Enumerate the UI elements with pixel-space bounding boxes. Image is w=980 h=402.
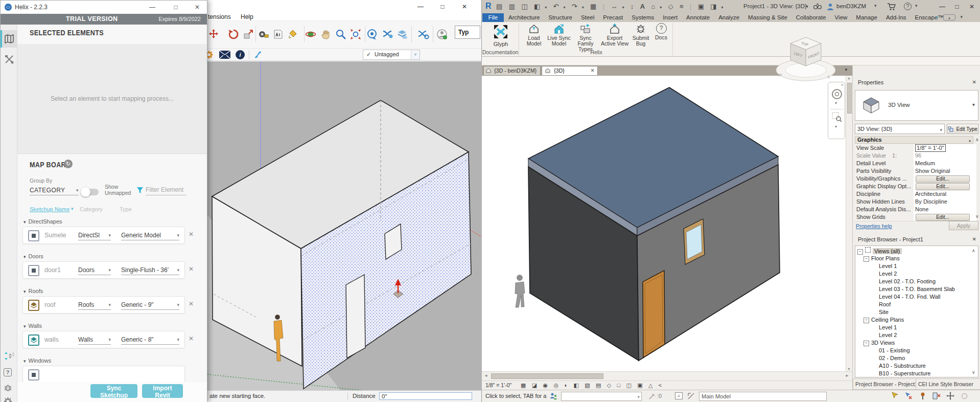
navigation-bar[interactable]: × ▾ ▾	[828, 82, 845, 139]
scroll-left-arrow[interactable]: ◄	[484, 373, 488, 378]
visual-style-icon[interactable]: ◉	[543, 382, 548, 388]
chevron-down-icon[interactable]: ▾	[71, 206, 74, 211]
show-unmapped-toggle[interactable]	[82, 189, 99, 195]
show-crop-icon[interactable]: ▤	[596, 382, 601, 388]
chevron-down-icon[interactable]: ▾	[622, 5, 624, 10]
submit-bug-button[interactable]: SubmitBug	[630, 23, 651, 47]
render-icon[interactable]: ◧	[573, 382, 578, 388]
aligned-dimension-icon[interactable]: ↕	[631, 3, 634, 10]
sketchup-close-button[interactable]: ✕	[458, 2, 471, 11]
group-roofs[interactable]: ▾Roofs	[24, 288, 43, 294]
property-value[interactable]: By Discipline	[914, 198, 976, 206]
close-icon[interactable]: ✕	[972, 79, 976, 85]
tag-dropdown[interactable]: ✓ Untagged ▿	[363, 50, 420, 60]
undo-icon[interactable]: ↶	[553, 3, 559, 10]
revit-logo[interactable]: R	[485, 2, 492, 11]
sketchup-minimize-button[interactable]: —	[414, 2, 427, 11]
view-scale-input[interactable]: 1/8" = 1'-0"	[915, 144, 946, 152]
view-selector-dropdown[interactable]: 3D View: {3D} ▾	[855, 124, 945, 134]
pin-left-icon[interactable]: ◂	[805, 3, 808, 9]
remove-mapping-icon[interactable]: ✕	[189, 265, 194, 273]
design-options-icon[interactable]: ≡	[675, 392, 683, 399]
tab-steel[interactable]: Steel	[581, 13, 594, 22]
tab-analyze[interactable]: Analyze	[718, 13, 739, 22]
viewcube[interactable]: TOP LEFT FRONT W S	[774, 29, 838, 83]
edit-type-button[interactable]: Edit Type	[947, 124, 978, 134]
scroll-down-arrow[interactable]: ▼	[847, 367, 851, 371]
helix-minimize-button[interactable]: —	[146, 3, 159, 12]
panel-label-helix[interactable]: Helix	[521, 49, 672, 55]
type-dropdown[interactable]: Single-Flush - 36'▾	[121, 265, 179, 275]
sync-family-types-button[interactable]: SyncFamily Types	[572, 23, 599, 52]
shadows-icon[interactable]: ◐	[564, 382, 568, 388]
zoom-tool-icon[interactable]	[335, 28, 347, 40]
tree-item[interactable]: Site	[879, 308, 889, 316]
sketchup-viewport[interactable]	[207, 61, 482, 390]
revit-close-button[interactable]: ✕	[965, 2, 978, 11]
open-icon[interactable]: ▥	[509, 3, 515, 10]
sun-path-icon[interactable]: ◎	[553, 382, 558, 388]
text-icon[interactable]: A	[640, 3, 645, 10]
edit-button[interactable]: Edit...	[916, 214, 970, 221]
group-by-dropdown[interactable]: CATEGORY ▾	[30, 186, 79, 195]
text-tool-icon[interactable]	[272, 28, 284, 40]
tab-enscape[interactable]: Enscape™	[915, 13, 944, 22]
mapping-card[interactable]: Sumele DirectSl▾ Generic Model▾	[22, 227, 185, 244]
project-browser-header[interactable]: Project Browser - Project1 ✕	[854, 235, 979, 244]
helix-layers-plugin-icon[interactable]	[396, 28, 408, 40]
category-dropdown[interactable]: Walls▾	[78, 335, 111, 345]
mapping-card[interactable]: walls Walls▾ Generic - 8"▾	[22, 331, 185, 348]
properties-header[interactable]: Properties ✕	[854, 78, 979, 88]
switch-windows-icon[interactable]: ◨	[710, 3, 716, 10]
ribbon-collapse-button[interactable]: ▴	[943, 14, 955, 20]
default-3d-view-icon[interactable]: ⌂	[651, 3, 655, 10]
envelope-icon[interactable]	[218, 50, 231, 59]
paint-bucket-icon[interactable]	[287, 28, 299, 40]
user-icon[interactable]	[826, 3, 834, 11]
collapse-icon[interactable]: −	[857, 249, 863, 255]
account-icon[interactable]	[436, 28, 448, 40]
horizontal-scrollbar[interactable]: ◄ ►	[482, 371, 852, 381]
grid-scroll-down-icon[interactable]: ∨	[975, 214, 979, 219]
tab-massing-site[interactable]: Massing & Site	[748, 13, 787, 22]
property-value[interactable]: None	[914, 206, 976, 213]
pan-tool-icon[interactable]	[319, 28, 332, 40]
group-windows[interactable]: ▾Windows	[24, 358, 51, 364]
sketchup-maximize-button[interactable]: □	[436, 2, 449, 11]
search-icon[interactable]	[813, 3, 822, 10]
vertical-scrollbar[interactable]: ▲ ▼	[846, 76, 852, 371]
detail-level-icon[interactable]: ◪	[532, 382, 537, 388]
menu-help[interactable]: Help	[241, 13, 253, 20]
close-hidden-icon[interactable]: ▣	[698, 3, 704, 10]
navbar-close-icon[interactable]: ×	[841, 82, 844, 87]
group-directshapes[interactable]: ▾DirectShapes	[24, 218, 62, 225]
tab-architecture[interactable]: Architecture	[508, 13, 540, 22]
tree-item[interactable]: B10 - Superstructure	[879, 370, 931, 377]
column-sketchup-name[interactable]: Sketchup Name	[30, 206, 69, 212]
bug-icon[interactable]	[4, 384, 12, 392]
tree-scroll-up-icon[interactable]: ∧	[972, 247, 975, 254]
chevron-down-icon[interactable]: ▾	[874, 3, 877, 8]
thin-lines-icon[interactable]: ≡	[680, 3, 684, 10]
tree-item[interactable]: Level 1	[879, 324, 897, 331]
helix-close-button[interactable]: ✕	[191, 3, 204, 12]
tree-item[interactable]: 02 - Demo	[879, 354, 905, 362]
tab-structure[interactable]: Structure	[548, 13, 572, 22]
mapping-card[interactable]: door1 Doors▾ Single-Flush - 36'▾	[22, 261, 185, 279]
scroll-thumb[interactable]	[847, 83, 852, 114]
import-revit-button[interactable]: Import Revit	[142, 384, 183, 398]
save-icon[interactable]: ◫	[521, 3, 527, 10]
chevron-down-icon[interactable]: ▾	[721, 5, 724, 10]
tree-item[interactable]: 01 - Existing	[879, 347, 910, 354]
lock-view-icon[interactable]: ◇	[607, 382, 611, 388]
tree-views-all[interactable]: −Views (all)∧	[857, 247, 902, 255]
analytical-model-icon[interactable]: △	[648, 382, 652, 388]
crop-view-icon[interactable]: ▧	[585, 382, 590, 388]
property-value[interactable]: 1/8" = 1'-0"	[914, 144, 976, 152]
temporary-hide-icon[interactable]: □	[617, 382, 620, 388]
zoom-extents-icon[interactable]	[349, 28, 362, 40]
browser-tab-project[interactable]: Project Browser - Project1	[853, 378, 916, 390]
settings-gear-icon[interactable]	[4, 397, 12, 402]
refresh-icon[interactable]: ↻	[64, 160, 73, 168]
group-walls[interactable]: ▾Walls	[24, 323, 42, 329]
